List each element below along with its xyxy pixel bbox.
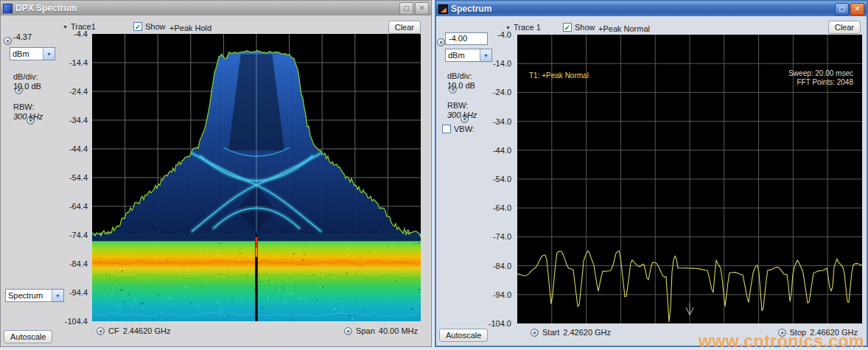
dpx-show-checkbox[interactable]: ✓ Show xyxy=(133,22,166,31)
knob-icon[interactable] xyxy=(97,327,105,335)
fft-points-value: FFT Points: 2048 xyxy=(788,78,853,87)
dpx-span-label: Span xyxy=(356,326,375,335)
y-tick-label: -94.4 xyxy=(69,288,88,297)
dpx-app-icon xyxy=(3,4,13,13)
dpx-dbdiv-value[interactable]: 10.0 dB xyxy=(13,82,41,91)
checkbox-checked-icon: ✓ xyxy=(563,23,572,32)
y-tick-label: -64.4 xyxy=(69,202,88,211)
dpx-show-label: Show xyxy=(145,22,166,31)
chevron-down-icon: ▼ xyxy=(63,24,68,29)
spectrum-dbdiv-label: dB/div: xyxy=(447,71,472,80)
dpx-plot-area[interactable] xyxy=(92,34,421,321)
spectrum-vbw-checkbox[interactable]: VBW: xyxy=(442,125,475,133)
spectrum-content: ▼ Trace 1 ✓ Show +Peak Normal Clear -4.0… xyxy=(436,16,867,346)
spectrum-trace-label: Trace 1 xyxy=(514,23,541,32)
dpx-content: ▼ Trace1 ✓ Show +Peak Hold Clear -4.37 d… xyxy=(1,15,431,346)
dpx-unit-value: dBm xyxy=(10,48,43,60)
dpx-clear-button[interactable]: Clear xyxy=(388,21,421,34)
y-tick-label: -54.4 xyxy=(69,173,88,182)
spectrum-y-axis: -4.0-14.0-24.0-34.0-44.0-54.0-64.0-74.0-… xyxy=(479,35,513,323)
sweep-value: Sweep: 20.00 msec xyxy=(788,69,853,78)
spectrum-show-label: Show xyxy=(575,23,595,32)
y-tick-label: -104.4 xyxy=(65,317,88,326)
checkbox-unchecked-icon xyxy=(442,125,451,133)
restore-icon[interactable]: □ xyxy=(399,2,413,15)
spectrum-start-value[interactable]: 2.42620 GHz xyxy=(563,328,611,337)
spectrum-autoscale-button[interactable]: Autoscale xyxy=(439,329,488,342)
dpx-view-select[interactable]: Spectrum ▼ xyxy=(5,289,64,302)
spectrum-window: Spectrum □ ✕ ▼ Trace 1 ✓ Show +Peak Norm… xyxy=(435,0,868,347)
dpx-rbw-label: RBW: xyxy=(13,102,35,111)
spectrum-clear-button[interactable]: Clear xyxy=(828,21,861,34)
dpx-persistence-display[interactable] xyxy=(92,34,421,321)
restore-icon[interactable]: □ xyxy=(835,3,849,15)
spectrum-show-checkbox[interactable]: ✓ Show xyxy=(563,23,595,32)
y-tick-label: -44.0 xyxy=(493,146,511,155)
y-tick-label: -74.0 xyxy=(493,232,511,241)
y-tick-label: -104.0 xyxy=(489,319,511,328)
y-tick-label: -94.0 xyxy=(493,290,511,299)
desktop: DPX Spectrum □ ✕ ▼ Trace1 ✓ Show +Peak H… xyxy=(0,0,868,350)
y-tick-label: -4.0 xyxy=(497,30,511,39)
close-icon[interactable]: ✕ xyxy=(850,3,864,15)
y-tick-label: -14.4 xyxy=(69,58,88,67)
y-tick-label: -54.0 xyxy=(493,175,511,183)
y-tick-label: -84.4 xyxy=(69,259,88,268)
spectrum-dbdiv-value[interactable]: 10.0 dB xyxy=(447,81,475,90)
dpx-span-control[interactable]: Span 40.00 MHz xyxy=(344,326,418,335)
y-tick-label: -44.4 xyxy=(69,144,88,153)
watermark: www.cntronics.com xyxy=(699,332,864,350)
spectrum-app-icon xyxy=(438,4,448,14)
checkbox-checked-icon: ✓ xyxy=(133,22,142,31)
spectrum-window-title: Spectrum xyxy=(451,4,832,14)
dpx-autoscale-button[interactable]: Autoscale xyxy=(4,330,52,343)
y-tick-label: -64.0 xyxy=(493,203,511,212)
close-icon[interactable]: ✕ xyxy=(415,2,429,15)
dpx-cf-control[interactable]: CF 2.44620 GHz xyxy=(97,326,171,335)
knob-icon[interactable] xyxy=(531,329,539,337)
spectrum-vbw-label: VBW: xyxy=(454,125,475,133)
dpx-cf-label: CF xyxy=(108,326,119,335)
spectrum-start-label: Start xyxy=(542,328,559,337)
dpx-dbdiv-label: dB/div: xyxy=(13,72,38,81)
spectrum-detector-label: +Peak Normal xyxy=(598,24,650,33)
spectrum-rbw-value[interactable]: 300 kHz xyxy=(447,111,477,119)
dpx-window-title: DPX Spectrum xyxy=(15,3,396,13)
dpx-titlebar[interactable]: DPX Spectrum □ ✕ xyxy=(1,1,431,15)
knob-icon[interactable] xyxy=(437,38,445,46)
dpx-y-axis: -4.4-14.4-24.4-34.4-44.4-54.4-64.4-74.4-… xyxy=(57,34,89,321)
trace-info-annotation: T1: +Peak Normal xyxy=(529,71,589,80)
sweep-info-annotation: Sweep: 20.00 msec FFT Points: 2048 xyxy=(788,69,853,87)
chevron-down-icon: ▼ xyxy=(505,25,511,30)
knob-icon[interactable] xyxy=(344,327,352,335)
y-tick-label: -14.0 xyxy=(493,59,511,68)
dpx-spectrum-window: DPX Spectrum □ ✕ ▼ Trace1 ✓ Show +Peak H… xyxy=(0,0,432,347)
knob-icon[interactable] xyxy=(4,37,12,45)
y-tick-label: -74.4 xyxy=(69,231,88,239)
spectrum-plot-area[interactable]: T1: +Peak Normal Sweep: 20.00 msec FFT P… xyxy=(517,35,862,323)
spectrum-titlebar[interactable]: Spectrum □ ✕ xyxy=(436,1,867,16)
dpx-view-value: Spectrum xyxy=(6,290,52,301)
y-tick-label: -24.4 xyxy=(69,87,88,96)
spectrum-rbw-label: RBW: xyxy=(447,101,469,110)
chevron-down-icon: ▼ xyxy=(43,48,55,60)
y-tick-label: -34.4 xyxy=(69,116,88,125)
spectrum-unit-value: dBm xyxy=(446,49,480,61)
y-tick-label: -24.0 xyxy=(493,88,511,97)
y-tick-label: -84.0 xyxy=(493,262,511,270)
y-tick-label: -4.4 xyxy=(74,29,88,38)
dpx-ref-level[interactable]: -4.37 xyxy=(13,32,32,41)
y-tick-label: -34.0 xyxy=(493,117,511,126)
dpx-cf-value[interactable]: 2.44620 GHz xyxy=(123,326,171,335)
dpx-span-value[interactable]: 40.00 MHz xyxy=(379,326,418,335)
dpx-unit-select[interactable]: dBm ▼ xyxy=(10,47,55,60)
dpx-detector-label: +Peak Hold xyxy=(169,24,211,32)
spectrum-start-control[interactable]: Start 2.42620 GHz xyxy=(531,328,611,337)
dpx-rbw-value[interactable]: 300 kHz xyxy=(13,112,43,121)
